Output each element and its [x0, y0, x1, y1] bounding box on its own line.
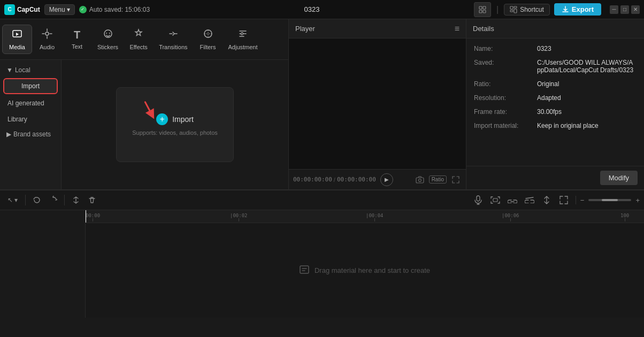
shortcut-button[interactable]: Shortcut — [504, 4, 550, 16]
tool-adjustment[interactable]: Adjustment — [223, 25, 263, 53]
drag-hint: Drag material here and start to create — [300, 265, 430, 276]
logo-text: CapCut — [17, 6, 40, 13]
cursor-tool-button[interactable]: ↖ ▾ — [4, 195, 21, 205]
local-label: Local — [15, 66, 30, 74]
redo-button[interactable] — [46, 193, 60, 207]
tool-filters[interactable]: Filters — [193, 25, 223, 53]
link-button[interactable] — [505, 193, 520, 208]
ratio-badge[interactable]: Ratio — [429, 175, 447, 183]
import-action[interactable]: + Import — [156, 113, 194, 125]
undo-button[interactable] — [30, 193, 44, 207]
split-button[interactable] — [69, 193, 83, 207]
details-footer: Modify — [466, 166, 644, 189]
timeline-tracks[interactable]: Drag material here and start to create — [86, 223, 644, 318]
timeline-toolbar: ↖ ▾ — [0, 190, 644, 210]
ruler-tick-3 — [510, 218, 511, 221]
mic-button[interactable] — [471, 193, 486, 208]
brand-assets-arrow-icon: ▶ — [6, 131, 11, 138]
timeline-right-panel: 00:00 |00:02 |00:04 |00:06 100 — [86, 210, 644, 318]
detail-framerate-key: Frame rate: — [474, 108, 533, 116]
main-area: Media Audio T Text — [0, 19, 644, 189]
top-bar: C CapCut Menu ▾ ✓ Auto saved: 15:06:03 0… — [0, 0, 644, 19]
brand-assets-section[interactable]: ▶ Brand assets — [3, 128, 58, 140]
filters-label: Filters — [200, 44, 216, 50]
stickers-icon — [103, 28, 113, 42]
tool-audio[interactable]: Audio — [32, 25, 62, 53]
player-panel: Player ≡ 00:00:00:00 / 00:00:00:00 ▶ — [289, 19, 466, 189]
transitions-label: Transitions — [159, 44, 187, 50]
ai-generated-button[interactable]: AI generated — [3, 96, 58, 110]
snap-button[interactable] — [539, 193, 554, 208]
cursor-icon: ↖ — [7, 196, 13, 204]
tool-stickers[interactable]: Stickers — [92, 25, 124, 53]
svg-rect-7 — [514, 9, 517, 13]
audio-icon — [42, 28, 52, 42]
player-menu-icon[interactable]: ≡ — [455, 24, 459, 34]
import-button[interactable]: Import — [3, 78, 58, 94]
cursor-arrow-icon: ▾ — [14, 196, 18, 204]
svg-rect-4 — [510, 6, 513, 9]
detail-saved-key: Saved: — [474, 59, 533, 66]
svg-point-11 — [204, 30, 212, 37]
local-section[interactable]: ▼ Local — [3, 64, 58, 76]
menu-button[interactable]: Menu ▾ — [44, 4, 75, 15]
ruler-mark-0: 00:00 — [86, 213, 100, 221]
transitions-icon — [168, 28, 179, 42]
ruler-tick-4 — [625, 218, 625, 221]
zoom-in-icon[interactable]: + — [635, 196, 640, 204]
player-right-controls: Ratio — [414, 174, 462, 186]
fullscreen-button[interactable] — [556, 193, 571, 208]
modify-button[interactable]: Modify — [600, 171, 638, 185]
svg-rect-17 — [300, 266, 309, 273]
svg-rect-16 — [493, 198, 497, 202]
detail-name-key: Name: — [474, 45, 533, 52]
timeline-left-panel — [0, 210, 86, 318]
import-drop-zone[interactable]: + Import Supports: videos, audios, photo… — [116, 87, 234, 162]
svg-point-14 — [418, 179, 421, 181]
delete-button[interactable] — [85, 193, 99, 207]
ruler-label-2: |00:04 — [366, 213, 384, 218]
zoom-out-icon[interactable]: − — [580, 196, 585, 204]
left-sidebar: ▼ Local Import AI generated Library ▶ Br… — [0, 60, 62, 189]
svg-rect-13 — [416, 178, 424, 183]
ratio-label: Ratio — [432, 177, 444, 182]
details-header: Details — [466, 19, 644, 39]
play-button[interactable]: ▶ — [380, 173, 393, 186]
maximize-button[interactable]: □ — [620, 5, 629, 14]
saved-dot-icon: ✓ — [79, 6, 87, 13]
tool-transitions[interactable]: Transitions — [154, 25, 193, 53]
logo-icon: C — [4, 4, 15, 15]
adjustment-icon — [237, 28, 248, 42]
expand-icon-button[interactable] — [450, 174, 462, 186]
zoom-slider[interactable] — [588, 199, 631, 201]
fit-button[interactable] — [488, 193, 503, 208]
zoom-thumb — [602, 199, 618, 201]
svg-point-12 — [241, 33, 243, 35]
separator: | — [496, 5, 499, 14]
ruler-label-4: 100 — [620, 213, 629, 218]
detail-ratio-value: Original — [537, 80, 637, 88]
detail-framerate-row: Frame rate: 30.00fps — [474, 108, 637, 116]
window-controls: ─ □ ✕ — [610, 5, 640, 14]
tool-text[interactable]: T Text — [62, 26, 92, 53]
camera-icon-button[interactable] — [414, 174, 426, 186]
zoom-control: − + — [580, 196, 640, 204]
library-button[interactable]: Library — [3, 112, 58, 126]
tool-media[interactable]: Media — [2, 25, 32, 54]
media-drop-area[interactable]: + Import Supports: videos, audios, photo… — [62, 60, 288, 189]
detail-resolution-key: Resolution: — [474, 94, 533, 102]
layout-icon-button[interactable] — [474, 2, 491, 17]
svg-point-9 — [45, 32, 49, 35]
unlink-button[interactable] — [522, 193, 537, 208]
player-title: Player — [295, 25, 315, 33]
detail-name-value: 0323 — [537, 45, 637, 52]
timeline-area: 00:00 |00:02 |00:04 |00:06 100 — [0, 210, 644, 318]
ruler-label-0: 00:00 — [86, 213, 100, 218]
detail-name-row: Name: 0323 — [474, 45, 637, 52]
minimize-button[interactable]: ─ — [610, 5, 618, 14]
close-button[interactable]: ✕ — [631, 5, 640, 14]
ruler-label-1: |00:02 — [230, 213, 248, 218]
tool-effects[interactable]: Effects — [124, 25, 154, 53]
export-button[interactable]: Export — [554, 3, 601, 16]
adjustment-label: Adjustment — [228, 44, 258, 50]
